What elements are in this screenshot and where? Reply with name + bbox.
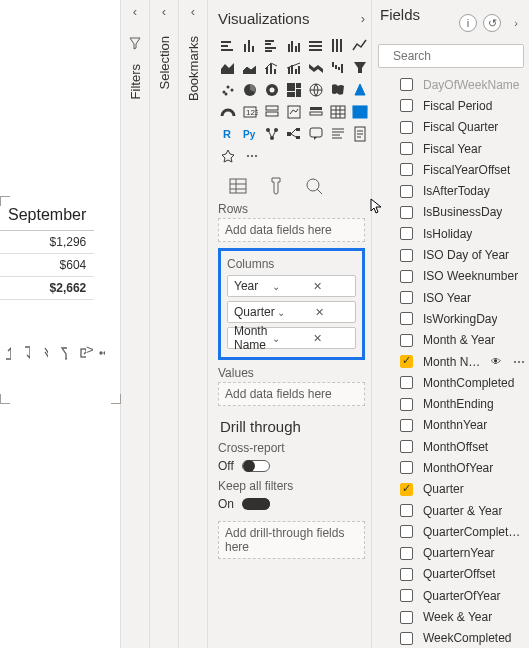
field-checkbox[interactable] bbox=[400, 632, 413, 645]
slicer-icon[interactable] bbox=[306, 102, 326, 122]
chevron-right-icon[interactable]: › bbox=[507, 14, 525, 32]
field-checkbox[interactable] bbox=[400, 525, 413, 538]
field-checkbox[interactable] bbox=[400, 99, 413, 112]
field-row[interactable]: IsWorkingDay bbox=[372, 308, 529, 329]
chevron-down-icon[interactable]: ⌄ bbox=[275, 307, 313, 318]
table-row[interactable]: $1,296 bbox=[0, 231, 94, 254]
smart-narrative-icon[interactable] bbox=[328, 124, 348, 144]
key-influencers-icon[interactable] bbox=[262, 124, 282, 144]
column-pill-year[interactable]: Year ⌄ ✕ bbox=[227, 275, 356, 297]
python-visual-icon[interactable]: Py bbox=[240, 124, 260, 144]
waterfall-icon[interactable] bbox=[328, 58, 348, 78]
clustered-bar-icon[interactable] bbox=[262, 36, 282, 56]
drill-down-icon[interactable] bbox=[23, 346, 30, 360]
donut-icon[interactable] bbox=[262, 80, 282, 100]
field-row[interactable]: MonthnYear bbox=[372, 415, 529, 436]
azure-map-icon[interactable] bbox=[350, 80, 370, 100]
field-checkbox[interactable] bbox=[400, 227, 413, 240]
format-tab-icon[interactable] bbox=[266, 176, 286, 196]
card-icon[interactable]: 123 bbox=[240, 102, 260, 122]
field-checkbox[interactable] bbox=[400, 249, 413, 262]
field-checkbox[interactable] bbox=[400, 270, 413, 283]
stacked-area-icon[interactable] bbox=[240, 58, 260, 78]
field-row[interactable]: QuarterOffset bbox=[372, 564, 529, 585]
visibility-icon[interactable]: 👁 bbox=[491, 356, 501, 367]
bookmarks-pane-collapsed[interactable]: ‹ Bookmarks bbox=[179, 0, 208, 648]
line-chart-icon[interactable] bbox=[350, 36, 370, 56]
more-icon[interactable]: ⋯ bbox=[513, 355, 525, 369]
remove-icon[interactable]: ✕ bbox=[313, 306, 351, 319]
chevron-left-icon[interactable]: ‹ bbox=[179, 0, 207, 22]
multi-row-card-icon[interactable] bbox=[262, 102, 282, 122]
field-row[interactable]: ISO Year bbox=[372, 287, 529, 308]
field-checkbox[interactable] bbox=[400, 206, 413, 219]
field-row[interactable]: Quarter bbox=[372, 479, 529, 500]
hundred-stacked-column-icon[interactable] bbox=[328, 36, 348, 56]
chevron-down-icon[interactable]: ⌄ bbox=[270, 333, 310, 344]
field-checkbox[interactable] bbox=[400, 163, 413, 176]
line-clustered-column-icon[interactable] bbox=[284, 58, 304, 78]
treemap-icon[interactable] bbox=[284, 80, 304, 100]
field-checkbox[interactable] bbox=[400, 121, 413, 134]
field-row[interactable]: IsBusinessDay bbox=[372, 202, 529, 223]
field-row[interactable]: DayOfWeekName bbox=[372, 74, 529, 95]
fields-tab-icon[interactable] bbox=[228, 176, 248, 196]
pie-icon[interactable] bbox=[240, 80, 260, 100]
filters-pane-collapsed[interactable]: ‹ Filters bbox=[121, 0, 150, 648]
field-checkbox[interactable] bbox=[400, 376, 413, 389]
fields-search[interactable] bbox=[378, 44, 524, 68]
field-checkbox[interactable] bbox=[400, 355, 413, 368]
field-row[interactable]: WeekCompleted bbox=[372, 628, 529, 648]
focus-icon[interactable] bbox=[79, 346, 86, 360]
area-chart-icon[interactable] bbox=[218, 58, 238, 78]
field-row[interactable]: MonthOfYear bbox=[372, 457, 529, 478]
field-row[interactable]: Week & Year bbox=[372, 606, 529, 627]
expand-icon[interactable] bbox=[42, 346, 49, 360]
field-row[interactable]: MonthCompleted bbox=[372, 372, 529, 393]
info-icon[interactable]: i bbox=[459, 14, 477, 32]
fields-list[interactable]: DayOfWeekNameFiscal PeriodFiscal Quarter… bbox=[372, 74, 529, 648]
field-checkbox[interactable] bbox=[400, 312, 413, 325]
chevron-left-icon[interactable]: ‹ bbox=[121, 0, 149, 22]
qa-visual-icon[interactable] bbox=[306, 124, 326, 144]
field-checkbox[interactable] bbox=[400, 419, 413, 432]
r-visual-icon[interactable]: R bbox=[218, 124, 238, 144]
filter-icon[interactable] bbox=[60, 346, 67, 360]
column-header-month[interactable]: September bbox=[0, 200, 94, 230]
hundred-stacked-bar-icon[interactable] bbox=[306, 36, 326, 56]
field-row[interactable]: ISO Day of Year bbox=[372, 244, 529, 265]
field-row[interactable]: Fiscal Period bbox=[372, 95, 529, 116]
field-row[interactable]: QuarterOfYear bbox=[372, 585, 529, 606]
field-checkbox[interactable] bbox=[400, 504, 413, 517]
search-input[interactable] bbox=[391, 48, 529, 64]
more-options-icon[interactable] bbox=[242, 146, 262, 166]
field-row[interactable]: QuarternYear bbox=[372, 543, 529, 564]
chevron-down-icon[interactable]: ⌄ bbox=[270, 281, 310, 292]
field-checkbox[interactable] bbox=[400, 589, 413, 602]
drill-up-icon[interactable] bbox=[4, 346, 11, 360]
field-checkbox[interactable] bbox=[400, 142, 413, 155]
field-checkbox[interactable] bbox=[400, 611, 413, 624]
cross-report-toggle[interactable] bbox=[242, 460, 270, 472]
field-checkbox[interactable] bbox=[400, 568, 413, 581]
table-icon[interactable] bbox=[328, 102, 348, 122]
field-checkbox[interactable] bbox=[400, 78, 413, 91]
clustered-column-icon[interactable] bbox=[284, 36, 304, 56]
field-row[interactable]: Month & Year bbox=[372, 330, 529, 351]
remove-icon[interactable]: ✕ bbox=[311, 280, 351, 293]
field-row[interactable]: IsAfterToday bbox=[372, 180, 529, 201]
field-row[interactable]: IsHoliday bbox=[372, 223, 529, 244]
stacked-bar-icon[interactable] bbox=[218, 36, 238, 56]
field-row[interactable]: Fiscal Year bbox=[372, 138, 529, 159]
history-icon[interactable]: ↺ bbox=[483, 14, 501, 32]
decomposition-tree-icon[interactable] bbox=[284, 124, 304, 144]
field-row[interactable]: MonthEnding bbox=[372, 393, 529, 414]
analytics-tab-icon[interactable] bbox=[304, 176, 324, 196]
kpi-icon[interactable] bbox=[284, 102, 304, 122]
selection-pane-collapsed[interactable]: ‹ Selection bbox=[150, 0, 179, 648]
field-row[interactable]: MonthOffset bbox=[372, 436, 529, 457]
field-row[interactable]: FiscalYearOffset bbox=[372, 159, 529, 180]
get-more-visuals-icon[interactable] bbox=[218, 146, 238, 166]
field-checkbox[interactable] bbox=[400, 483, 413, 496]
funnel-icon[interactable] bbox=[350, 58, 370, 78]
